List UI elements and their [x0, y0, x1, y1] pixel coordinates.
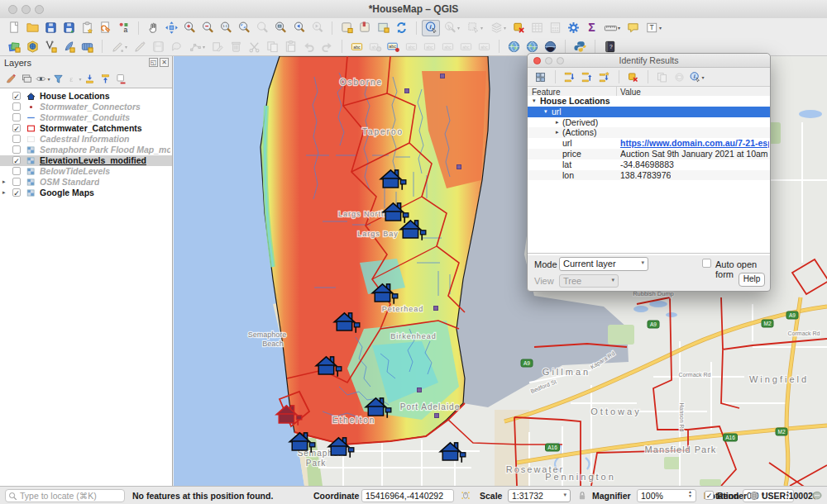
- layer-expander-icon[interactable]: ▸: [2, 189, 9, 196]
- zoom-native-icon[interactable]: 1:1: [217, 20, 235, 36]
- view-combobox[interactable]: Tree▾: [559, 274, 619, 288]
- crs-globe-icon[interactable]: [748, 490, 760, 502]
- layer-visibility-checkbox[interactable]: ✓: [12, 156, 21, 164]
- select-by-freehand-icon[interactable]: ▾: [486, 20, 509, 36]
- current-edits-icon[interactable]: ▾: [108, 38, 131, 55]
- identify-features-icon[interactable]: i: [422, 20, 440, 36]
- new-from-template-icon[interactable]: [78, 20, 96, 36]
- layer-visibility-checkbox[interactable]: ✓: [12, 124, 21, 132]
- save-layer-edits-icon[interactable]: [149, 38, 167, 55]
- text-annotation-icon[interactable]: T▾: [642, 20, 665, 36]
- zoom-last-icon[interactable]: [289, 20, 308, 36]
- auto-open-form-checkbox[interactable]: [702, 259, 711, 268]
- layer-item-stormwater-connectors[interactable]: Stormwater_Connectors: [0, 102, 172, 112]
- collapse-tree-icon[interactable]: [578, 69, 595, 84]
- metasearch-icon[interactable]: [504, 38, 523, 55]
- extents-tracking-icon[interactable]: [460, 490, 471, 502]
- digitize-with-segment-icon[interactable]: [167, 38, 185, 55]
- pan-map-icon[interactable]: [144, 20, 162, 36]
- map-tips-icon[interactable]: [624, 20, 642, 36]
- crs-status[interactable]: USER:100026: [762, 491, 818, 501]
- identify-row-lon[interactable]: lon138.4783976: [528, 170, 770, 181]
- identify-row-url[interactable]: urlhttps://www.domain.com.au/7-21-esplan…: [528, 138, 770, 149]
- filter-by-expression-icon[interactable]: ε▾: [66, 71, 82, 86]
- rotate-label-icon[interactable]: abc: [457, 38, 475, 55]
- new-virtual-layer-icon[interactable]: [78, 38, 96, 55]
- new-geopackage-layer-icon[interactable]: [60, 38, 78, 55]
- mode-combobox[interactable]: Current layer▾: [559, 257, 648, 271]
- new-project-icon[interactable]: [5, 20, 23, 36]
- layer-expander-icon[interactable]: ▸: [2, 178, 9, 185]
- layer-diagram-icon[interactable]: ab: [366, 38, 384, 55]
- refresh-icon[interactable]: [392, 20, 410, 36]
- zoom-out-icon[interactable]: [198, 20, 217, 36]
- select-by-form-icon[interactable]: ▾: [463, 20, 486, 36]
- layer-visibility-checkbox[interactable]: [12, 145, 21, 154]
- pin-labels-icon[interactable]: abc: [402, 38, 420, 55]
- delete-selected-icon[interactable]: [227, 38, 245, 55]
- statistics-panel-icon[interactable]: Σ: [582, 20, 600, 36]
- zoom-full-icon[interactable]: [235, 20, 253, 36]
- move-label-icon[interactable]: abc: [438, 38, 457, 55]
- labeling-options-icon[interactable]: abc: [384, 38, 402, 55]
- show-bookmarks-icon[interactable]: [356, 20, 374, 36]
- open-form-view-icon[interactable]: [532, 69, 549, 84]
- osm-place-search-icon[interactable]: [523, 38, 541, 55]
- identify-row-price[interactable]: priceAuction Sat 9th January 2021 at 10a…: [528, 149, 770, 159]
- expand-new-results-icon[interactable]: [595, 69, 613, 84]
- print-response-icon[interactable]: [671, 69, 688, 84]
- new-bookmark-icon[interactable]: [337, 20, 356, 36]
- layer-visibility-checkbox[interactable]: ✓: [12, 188, 21, 197]
- zoom-next-icon[interactable]: [308, 20, 326, 36]
- modify-attributes-icon[interactable]: [208, 38, 227, 55]
- help-button[interactable]: Help: [739, 273, 765, 287]
- add-group-icon[interactable]: [19, 71, 35, 86]
- zoom-in-icon[interactable]: [180, 20, 198, 36]
- new-map-view-icon[interactable]: [374, 20, 392, 36]
- identify-mode-menu-icon[interactable]: i▾: [688, 69, 705, 84]
- data-source-manager-icon[interactable]: [5, 38, 23, 55]
- attribute-table-icon[interactable]: [528, 20, 546, 36]
- layer-visibility-checkbox[interactable]: [12, 135, 21, 143]
- coordinate-input[interactable]: 15416964,-4140292: [361, 489, 454, 502]
- highlight-pinned-labels-icon[interactable]: abc: [420, 38, 438, 55]
- zoom-to-selection-icon[interactable]: [253, 20, 271, 36]
- close-panel-icon[interactable]: ✕: [160, 58, 169, 67]
- identify-row-lat[interactable]: lat-34.84698883: [528, 159, 770, 170]
- lock-scale-icon[interactable]: [576, 490, 588, 502]
- layer-item-google-maps[interactable]: ▸✓Google Maps: [0, 188, 172, 198]
- change-label-icon[interactable]: abc: [475, 38, 493, 55]
- layer-visibility-checkbox[interactable]: [12, 178, 21, 186]
- layer-item-cadestral-information[interactable]: Cadestral Information: [0, 134, 172, 145]
- layer-item-belowtidelevels[interactable]: BelowTideLevels: [0, 166, 172, 177]
- cut-features-icon[interactable]: [245, 38, 263, 55]
- expand-all-layers-icon[interactable]: [82, 71, 98, 86]
- collapse-all-layers-icon[interactable]: [98, 71, 113, 86]
- identify-row-house-locations[interactable]: ▾House Locations: [528, 96, 770, 107]
- style-manager-icon[interactable]: a: [114, 20, 132, 36]
- layer-item-house-locations[interactable]: ✓House Locations: [0, 91, 172, 102]
- layer-item-elevationlevels-modified[interactable]: ✓ElevationLevels_modified: [0, 155, 172, 166]
- layer-visibility-checkbox[interactable]: ✓: [12, 92, 21, 100]
- render-checkbox[interactable]: ✓: [705, 491, 714, 500]
- identify-row-actions[interactable]: ▸(Actions): [528, 127, 770, 138]
- scale-combobox[interactable]: 1:31732▾: [508, 489, 571, 502]
- field-calculator-icon[interactable]: [546, 20, 564, 36]
- add-data-source-icon[interactable]: [23, 38, 41, 55]
- open-project-icon[interactable]: [23, 20, 41, 36]
- identify-row-url[interactable]: ▾url: [528, 107, 770, 117]
- layer-item-stormwater-conduits[interactable]: Stormwater_Conduits: [0, 112, 172, 123]
- layer-item-osm-standard[interactable]: ▸OSM Standard: [0, 177, 172, 188]
- undo-icon[interactable]: [299, 38, 318, 55]
- new-shapefile-layer-icon[interactable]: [41, 38, 60, 55]
- manage-map-themes-icon[interactable]: ▾: [35, 71, 50, 86]
- filter-legend-icon[interactable]: [50, 71, 66, 86]
- save-project-icon[interactable]: [41, 20, 60, 36]
- copy-feature-icon[interactable]: [653, 69, 671, 84]
- processing-toolbox-icon[interactable]: [564, 20, 582, 36]
- project-properties-icon[interactable]: [96, 20, 114, 36]
- messages-icon[interactable]: [811, 490, 823, 502]
- pan-to-selection-icon[interactable]: [162, 20, 180, 36]
- select-features-icon[interactable]: ▾: [440, 20, 463, 36]
- expand-tree-icon[interactable]: [561, 69, 578, 84]
